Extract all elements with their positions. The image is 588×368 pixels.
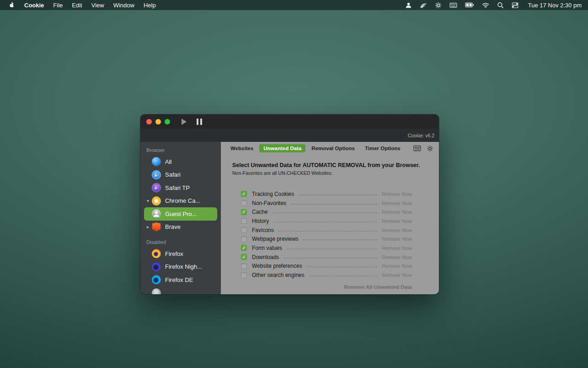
battery-icon[interactable] [465, 2, 474, 8]
minimize-button[interactable] [155, 119, 161, 124]
sidebar-section-disabled: Disabled [140, 238, 221, 247]
dotted-leader [299, 195, 377, 195]
row-favicons: Favicons Remove Now [241, 226, 412, 235]
remove-now-button[interactable]: Remove Now [382, 209, 412, 215]
remove-now-button[interactable]: Remove Now [382, 272, 412, 278]
sidebar-item-firefox[interactable]: Firefox [144, 247, 217, 260]
unwanted-data-list: Tracking Cookies Remove Now Non-Favorite… [241, 189, 412, 280]
remove-now-button[interactable]: Remove Now [382, 227, 412, 233]
sidebar-item-safari[interactable]: Safari [144, 168, 217, 182]
partial-browser-icon [152, 288, 161, 294]
version-strip: Cookie: v6.2 [140, 129, 439, 142]
dotted-leader [307, 266, 377, 267]
sidebar-item-chrome-canary[interactable]: ▾ Chrome Ca... [144, 195, 217, 208]
dotted-leader [283, 258, 377, 259]
wireless-signal-icon[interactable] [420, 2, 427, 9]
guest-profile-icon [152, 209, 161, 218]
tab-bar: Websites Unwanted Data Removal Options T… [221, 142, 439, 155]
page-title: Select Unwanted Data for AUTOMATIC REMOV… [232, 162, 428, 168]
window-titlebar[interactable] [140, 114, 439, 129]
sidebar-item-firefox-nightly[interactable]: Firefox Nigh... [144, 260, 217, 274]
tab-removal-options[interactable]: Removal Options [307, 144, 359, 152]
close-button[interactable] [146, 119, 152, 124]
gear-icon[interactable] [425, 145, 435, 152]
dotted-leader [273, 222, 377, 222]
zoom-button[interactable] [165, 119, 170, 124]
page-subtitle: Non-Favorites are all UN-CHECKED Website… [232, 170, 428, 176]
all-browsers-icon [152, 157, 161, 166]
menu-item-window[interactable]: Window [113, 2, 134, 9]
row-website-preferences: Website preferences Remove Now [241, 262, 412, 271]
chevron-down-icon[interactable]: ▾ [144, 198, 152, 203]
cookie-app-window: Cookie: v6.2 Browser All Safari [140, 114, 439, 294]
dotted-leader [291, 204, 377, 205]
sidebar-item-brave[interactable]: ▸ Brave [144, 221, 217, 234]
traffic-lights [146, 119, 170, 124]
search-icon[interactable] [497, 2, 504, 9]
cache-checkbox[interactable] [241, 209, 247, 215]
remove-all-unwanted-data-button[interactable]: Remove All Unwanted Data [221, 284, 412, 290]
safari-tp-icon [152, 183, 161, 192]
tab-timer-options[interactable]: Timer Options [361, 144, 405, 152]
dotted-leader [273, 212, 377, 213]
tab-websites[interactable]: Websites [226, 144, 257, 152]
menu-bar-clock[interactable]: Tue 17 Nov 2:30 pm [528, 2, 582, 9]
favicons-checkbox[interactable] [241, 227, 247, 233]
apple-menu-icon[interactable] [8, 1, 15, 8]
tab-unwanted-data[interactable]: Unwanted Data [259, 144, 305, 152]
firefox-nightly-icon [152, 262, 161, 271]
keyboard-icon[interactable] [449, 2, 457, 8]
other-search-engines-checkbox[interactable] [241, 272, 247, 278]
control-center-icon[interactable] [512, 2, 519, 9]
history-checkbox[interactable] [241, 218, 247, 224]
gear-icon[interactable] [435, 2, 442, 9]
menu-item-help[interactable]: Help [144, 2, 156, 9]
webpage-previews-checkbox[interactable] [241, 236, 247, 242]
chrome-canary-icon [152, 196, 161, 206]
sidebar-item-all[interactable]: All [144, 155, 217, 168]
firefox-de-icon [152, 275, 161, 284]
row-history: History Remove Now [241, 216, 412, 226]
remove-now-button[interactable]: Remove Now [382, 236, 412, 242]
remove-now-button[interactable]: Remove Now [382, 263, 412, 269]
downloads-checkbox[interactable] [241, 254, 247, 260]
row-webpage-previews: Webpage previews Remove Now [241, 234, 412, 244]
menu-item-edit[interactable]: Edit [72, 2, 82, 9]
menu-bar: Cookie File Edit View Window Help [0, 0, 588, 10]
tracking-cookies-checkbox[interactable] [241, 191, 247, 197]
list-view-icon[interactable] [412, 145, 423, 152]
user-icon[interactable] [405, 2, 412, 9]
dotted-leader [287, 249, 377, 249]
sidebar-item-safari-tp[interactable]: Safari TP [144, 181, 217, 195]
row-tracking-cookies: Tracking Cookies Remove Now [241, 189, 412, 199]
sidebar-item-firefox-de[interactable]: Firefox DE [144, 273, 217, 287]
app-version-label: Cookie: v6.2 [408, 133, 434, 138]
pause-button[interactable] [197, 119, 202, 125]
remove-now-button[interactable]: Remove Now [382, 218, 412, 224]
play-button[interactable] [182, 119, 187, 125]
website-preferences-checkbox[interactable] [241, 263, 247, 269]
sidebar-item-guest-profile[interactable]: Guest Pro... [144, 207, 217, 221]
active-app-name[interactable]: Cookie [24, 2, 44, 9]
sidebar-section-browser: Browser [140, 146, 221, 155]
non-favorites-checkbox[interactable] [241, 200, 247, 206]
row-cache: Cache Remove Now [241, 207, 412, 216]
wifi-icon[interactable] [482, 2, 489, 8]
dotted-leader [309, 276, 377, 276]
remove-now-button[interactable]: Remove Now [382, 254, 412, 260]
row-other-search-engines: Other search engines Remove Now [241, 271, 412, 280]
dotted-leader [278, 231, 377, 232]
safari-icon [152, 170, 161, 179]
chevron-right-icon[interactable]: ▸ [144, 224, 152, 229]
row-form-values: Form values Remove Now [241, 244, 412, 253]
browser-sidebar: Browser All Safari Safari TP [140, 142, 221, 294]
row-downloads: Downloads Remove Now [241, 253, 412, 262]
menu-item-file[interactable]: File [53, 2, 63, 9]
firefox-icon [152, 249, 161, 258]
sidebar-item-partial[interactable] [144, 287, 217, 295]
remove-now-button[interactable]: Remove Now [382, 191, 412, 197]
form-values-checkbox[interactable] [241, 245, 247, 251]
remove-now-button[interactable]: Remove Now [382, 245, 412, 251]
menu-item-view[interactable]: View [91, 2, 104, 9]
remove-now-button[interactable]: Remove Now [382, 200, 412, 206]
